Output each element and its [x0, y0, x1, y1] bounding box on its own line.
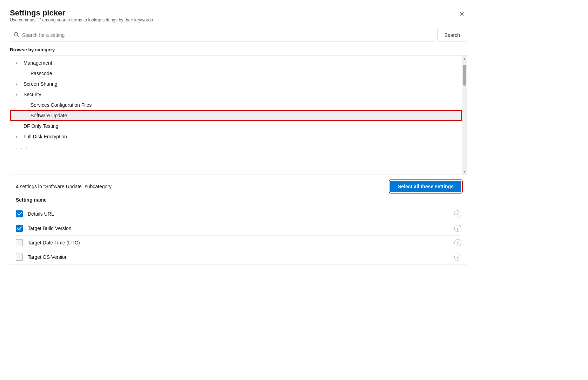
category-management[interactable]: › Management — [10, 58, 462, 68]
checkbox-target-build[interactable] — [16, 225, 23, 232]
category-screen-sharing[interactable]: › Screen Sharing — [10, 79, 462, 89]
category-management-label: Management — [24, 60, 52, 66]
setting-target-os-label: Target OS Version — [28, 254, 454, 260]
chevron-full-disk: › — [16, 135, 22, 139]
settings-list: Details URL i Target Build Version i Tar… — [16, 207, 461, 264]
bottom-panel: 4 settings in "Software Update" subcateg… — [10, 175, 467, 264]
checkbox-target-date[interactable] — [16, 239, 23, 246]
category-passcode-label: Passcode — [31, 71, 52, 76]
scrollbar[interactable]: ▲ ▼ — [462, 55, 467, 175]
scroll-down-arrow[interactable]: ▼ — [462, 168, 467, 175]
search-button[interactable]: Search — [437, 29, 467, 41]
checkbox-details-url[interactable] — [16, 210, 23, 217]
setting-details-url-label: Details URL — [28, 211, 454, 217]
category-df-only-label: DF Only Testing — [24, 123, 58, 129]
info-target-os[interactable]: i — [454, 254, 461, 261]
search-icon — [14, 32, 19, 39]
setting-target-date-label: Target Date Time (UTC) — [28, 240, 454, 245]
chevron-management: › — [16, 61, 22, 65]
category-software-update[interactable]: › Software Update — [10, 110, 462, 121]
info-details-url[interactable]: i — [454, 210, 461, 217]
setting-details-url: Details URL i — [16, 207, 461, 221]
chevron-security: › — [16, 92, 22, 97]
category-services-config-label: Services Configuration Files — [31, 102, 92, 108]
setting-target-os: Target OS Version i — [16, 250, 461, 264]
category-passcode[interactable]: › Passcode — [10, 68, 462, 79]
categories-panel: › Management › Passcode › Screen Sharing… — [10, 55, 467, 175]
close-button[interactable]: ✕ — [456, 8, 467, 20]
category-list: › Management › Passcode › Screen Sharing… — [10, 55, 467, 156]
chevron-screen-sharing: › — [16, 82, 22, 86]
category-more[interactable]: · · · — [10, 142, 462, 154]
info-target-build[interactable]: i — [454, 225, 461, 232]
category-df-only[interactable]: › DF Only Testing — [10, 121, 462, 131]
bottom-header: 4 settings in "Software Update" subcateg… — [16, 181, 461, 192]
category-full-disk-label: Full Disk Encryption — [24, 134, 67, 139]
category-security-label: Security — [24, 92, 41, 97]
category-full-disk[interactable]: › Full Disk Encryption — [10, 131, 462, 142]
category-software-update-label: Software Update — [31, 113, 67, 118]
setting-target-build: Target Build Version i — [16, 221, 461, 236]
settings-col-header: Setting name — [16, 197, 461, 204]
setting-target-date: Target Date Time (UTC) i — [16, 236, 461, 250]
setting-target-build-label: Target Build Version — [28, 225, 454, 231]
scroll-up-arrow[interactable]: ▲ — [462, 55, 467, 62]
select-all-button[interactable]: Select all these settings — [390, 181, 461, 192]
info-target-date[interactable]: i — [454, 239, 461, 246]
dialog-header: Settings picker Use commas "," among sea… — [10, 8, 467, 27]
svg-line-1 — [17, 35, 19, 37]
subcategory-count: 4 settings in "Software Update" subcateg… — [16, 184, 112, 189]
more-label: · · · — [16, 144, 28, 152]
scroll-thumb[interactable] — [463, 65, 466, 86]
settings-picker-dialog: Settings picker Use commas "," among sea… — [0, 0, 477, 316]
browse-label: Browse by category — [10, 47, 467, 52]
category-security[interactable]: › Security — [10, 89, 462, 100]
search-row: Search — [10, 29, 467, 41]
category-services-config[interactable]: › Services Configuration Files — [10, 100, 462, 110]
search-input-wrap — [10, 29, 434, 41]
checkbox-target-os[interactable] — [16, 254, 23, 261]
search-input[interactable] — [22, 32, 430, 38]
category-screen-sharing-label: Screen Sharing — [24, 81, 58, 87]
dialog-title: Settings picker — [10, 8, 153, 18]
dialog-subtitle: Use commas "," among search terms to loo… — [10, 18, 153, 22]
